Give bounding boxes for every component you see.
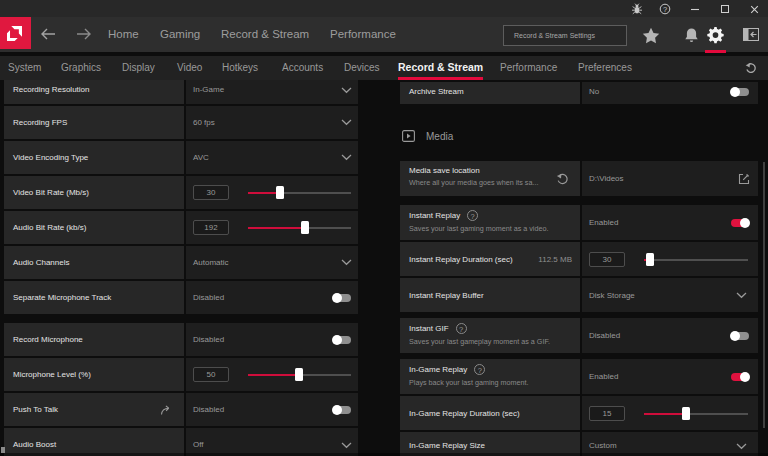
svg-text:?: ? bbox=[663, 5, 667, 14]
